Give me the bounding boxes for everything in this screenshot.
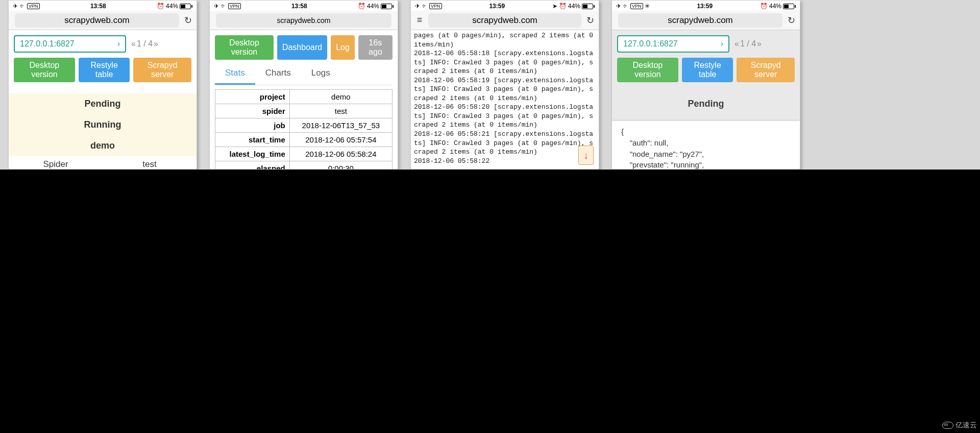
phone-screenshot-1: ✈ ᯤ VPN 13:58 ⏰ 44% scrapydweb.com ↻ 127…: [8, 0, 197, 170]
json-line: "node_name": "py27",: [621, 149, 791, 160]
section-running[interactable]: Running: [9, 114, 197, 135]
json-line: "prevstate": "running",: [621, 159, 791, 170]
reload-icon[interactable]: ↻: [786, 15, 797, 26]
table-row: start_time2018-12-06 05:57:54: [215, 133, 393, 147]
node-selector-value: 127.0.0.1:6827: [20, 39, 75, 49]
age-button[interactable]: 16s ago: [358, 35, 393, 60]
watermark-text: 亿速云: [955, 421, 977, 430]
status-bar: ✈ ᯤ VPN 13:58 ⏰ 44%: [210, 1, 398, 11]
status-bar: ✈ ᯤ VPN ✳ 13:59 ⏰ 44%: [612, 1, 800, 11]
dashboard-button[interactable]: Dashboard: [277, 35, 327, 60]
location-icon: ➤: [552, 3, 557, 10]
airplane-icon: ✈: [13, 3, 18, 10]
log-output: pages (at 0 pages/min), scraped 2 items …: [411, 30, 599, 166]
tab-charts[interactable]: Charts: [255, 64, 301, 85]
stats-table: projectdemo spidertest job2018-12-06T13_…: [215, 89, 393, 169]
pager-prev-icon[interactable]: «: [131, 39, 136, 49]
table-row: job2018-12-06T13_57_53: [215, 118, 393, 133]
json-line: "auth": null,: [621, 137, 791, 149]
battery-percent: 44%: [166, 3, 178, 10]
url-field[interactable]: scrapydweb.com: [15, 13, 179, 28]
scrapyd-server-button[interactable]: Scrapyd server: [133, 58, 191, 82]
battery-icon: [180, 4, 192, 9]
chevron-right-icon: ›: [117, 39, 120, 49]
section-demo[interactable]: demo: [9, 135, 197, 156]
restyle-table-button[interactable]: Restyle table: [682, 58, 733, 82]
vpn-badge: VPN: [429, 3, 442, 9]
wifi-icon: ᯤ: [220, 3, 227, 10]
status-bar: ✈ ᯤ VPN 13:58 ⏰ 44%: [9, 1, 197, 11]
phone-screenshot-3: ✈ ᯤ VPN 13:59 ➤ ⏰ 44% ≡ scrapydweb.com ↻…: [410, 0, 599, 170]
battery-percent: 44%: [769, 3, 781, 10]
reload-icon[interactable]: ↻: [584, 15, 596, 26]
log-button[interactable]: Log: [331, 35, 355, 60]
watermark: 亿速云: [942, 421, 977, 430]
pager-next-icon[interactable]: »: [154, 39, 158, 49]
status-time: 13:58: [90, 3, 106, 10]
battery-percent: 44%: [568, 3, 580, 10]
pagination[interactable]: « 1 / 4 »: [734, 39, 762, 49]
airplane-icon: ✈: [616, 3, 621, 10]
chevron-right-icon: ›: [721, 39, 723, 49]
pagination[interactable]: « 1 / 4 »: [131, 39, 158, 49]
wifi-icon: ᯤ: [19, 3, 26, 10]
node-selector[interactable]: 127.0.0.1:6827 ›: [14, 35, 126, 53]
browser-address-bar: ≡ scrapydweb.com ↻: [411, 11, 599, 30]
url-field[interactable]: scrapydweb.com: [428, 13, 581, 28]
watermark-icon: [942, 422, 953, 429]
loading-icon: ✳: [645, 3, 650, 10]
table-row: projectdemo: [215, 90, 393, 104]
pager-next-icon[interactable]: »: [757, 39, 762, 49]
status-time: 13:58: [291, 3, 307, 10]
tab-logs[interactable]: Logs: [301, 64, 340, 85]
pager-text: 1 / 4: [137, 39, 153, 49]
status-time: 13:59: [697, 3, 713, 10]
wifi-icon: ᯤ: [623, 3, 629, 10]
table-row: Spidertest: [9, 156, 197, 169]
row-val: test: [103, 159, 197, 169]
tab-stats[interactable]: Stats: [215, 64, 255, 85]
tab-bar: Stats Charts Logs: [215, 64, 393, 85]
section-pending[interactable]: Pending: [9, 93, 197, 114]
json-response-sheet: { "auth": null, "node_name": "py27", "pr…: [612, 121, 800, 170]
status-bar: ✈ ᯤ VPN 13:59 ➤ ⏰ 44%: [411, 1, 599, 11]
vpn-badge: VPN: [630, 3, 643, 9]
wifi-icon: ᯤ: [422, 3, 428, 10]
airplane-icon: ✈: [214, 3, 219, 10]
scroll-down-button[interactable]: ↓: [578, 146, 594, 165]
browser-address-bar: scrapydweb.com ↻: [612, 11, 800, 30]
alarm-icon: ⏰: [358, 3, 365, 10]
desktop-version-button[interactable]: Desktop version: [215, 35, 274, 60]
url-field[interactable]: scrapydweb.com: [618, 13, 782, 28]
phone-screenshot-4: ✈ ᯤ VPN ✳ 13:59 ⏰ 44% scrapydweb.com ↻ 1…: [611, 0, 800, 170]
hamburger-icon[interactable]: ≡: [414, 15, 425, 26]
desktop-version-button[interactable]: Desktop version: [617, 58, 678, 82]
json-line: {: [621, 126, 791, 137]
browser-address-bar: scrapydweb.com: [210, 11, 398, 30]
section-pending[interactable]: Pending: [612, 93, 800, 114]
battery-icon: [381, 4, 394, 9]
node-selector-value: 127.0.0.1:6827: [623, 39, 678, 49]
table-row: spidertest: [215, 104, 393, 118]
pager-text: 1 / 4: [740, 39, 756, 49]
battery-icon: [783, 4, 796, 9]
airplane-icon: ✈: [415, 3, 420, 10]
battery-percent: 44%: [367, 3, 379, 10]
scrapyd-server-button[interactable]: Scrapyd server: [737, 58, 795, 82]
browser-address-bar: scrapydweb.com ↻: [9, 11, 197, 30]
table-row: elasped0:00:30: [215, 161, 393, 170]
battery-icon: [582, 4, 595, 9]
restyle-table-button[interactable]: Restyle table: [79, 58, 130, 82]
reload-icon[interactable]: ↻: [182, 15, 193, 26]
alarm-icon: ⏰: [157, 3, 164, 10]
alarm-icon: ⏰: [760, 3, 768, 10]
desktop-version-button[interactable]: Desktop version: [14, 58, 75, 82]
row-key: Spider: [9, 159, 103, 169]
node-selector[interactable]: 127.0.0.1:6827 ›: [617, 35, 729, 53]
vpn-badge: VPN: [228, 3, 241, 9]
phone-screenshot-2: ✈ ᯤ VPN 13:58 ⏰ 44% scrapydweb.com Deskt…: [209, 0, 398, 170]
status-time: 13:59: [489, 3, 505, 10]
url-field[interactable]: scrapydweb.com: [216, 13, 391, 28]
table-row: latest_log_time2018-12-06 05:58:24: [215, 147, 393, 161]
pager-prev-icon[interactable]: «: [734, 39, 739, 49]
